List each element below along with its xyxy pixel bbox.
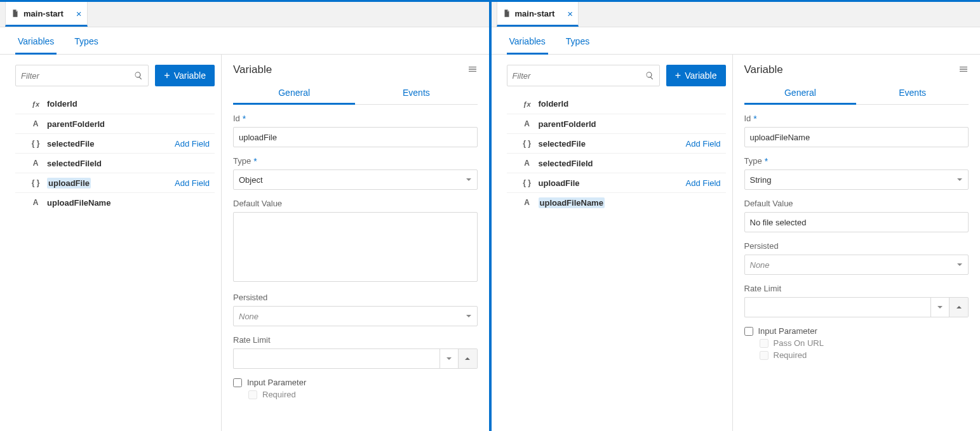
- variable-name: selectedFileId: [539, 159, 725, 168]
- variable-name: uploadFile: [47, 178, 175, 188]
- variable-name: selectedFileId: [47, 159, 213, 168]
- add-field-link[interactable]: Add Field: [686, 139, 721, 149]
- variable-name: folderId: [539, 99, 725, 109]
- panel-menu-icon[interactable]: [958, 64, 969, 76]
- variable-type-icon: { }: [522, 178, 532, 187]
- input-parameter-label: Input Parameter: [758, 326, 817, 336]
- add-field-link[interactable]: Add Field: [686, 178, 721, 188]
- default-value-label: Default Value: [744, 199, 969, 208]
- variable-type-icon: A: [30, 198, 41, 207]
- type-select[interactable]: Object: [233, 169, 478, 190]
- variable-type-icon: { }: [30, 139, 41, 148]
- page-nav-tabs: Variables Types: [0, 27, 489, 55]
- add-variable-button[interactable]: +Variable: [155, 65, 215, 86]
- variable-name: uploadFile: [539, 178, 686, 188]
- tab-events[interactable]: Events: [856, 83, 969, 104]
- rate-limit-label: Rate Limit: [744, 284, 969, 293]
- pass-on-url-checkbox: [760, 339, 769, 348]
- variable-row[interactable]: { }uploadFileAdd Field: [507, 173, 726, 192]
- variable-row[interactable]: { }uploadFileAdd Field: [15, 173, 215, 192]
- close-icon[interactable]: ×: [567, 8, 573, 19]
- persisted-label: Persisted: [744, 241, 969, 251]
- rate-limit-input[interactable]: [233, 348, 440, 369]
- input-parameter-checkbox[interactable]: [744, 327, 753, 336]
- variable-detail-panel: Variable General Events Id* Type* Object…: [222, 55, 489, 431]
- rate-limit-decrease[interactable]: [440, 348, 459, 369]
- variable-row[interactable]: ƒxfolderId: [15, 94, 215, 114]
- left-pane: main-start × Variables Types +Variable ƒ…: [0, 2, 489, 431]
- rate-limit-increase[interactable]: [459, 348, 478, 369]
- type-select[interactable]: String: [744, 169, 969, 190]
- tab-types[interactable]: Types: [563, 36, 592, 54]
- right-pane: main-start × Variables Types +Variable ƒ…: [492, 2, 981, 431]
- add-variable-button[interactable]: +Variable: [666, 65, 726, 86]
- default-value-input[interactable]: [233, 212, 478, 282]
- persisted-label: Persisted: [233, 293, 478, 302]
- type-label: Type*: [233, 156, 478, 166]
- variable-row[interactable]: AparentFolderId: [507, 114, 726, 133]
- required-label: Required: [262, 390, 296, 399]
- id-input[interactable]: [744, 127, 969, 147]
- variable-list-column: +Variable ƒxfolderIdAparentFolderId{ }se…: [0, 55, 222, 431]
- id-label: Id*: [744, 114, 969, 123]
- variable-name: selectedFile: [539, 139, 686, 149]
- variable-name: parentFolderId: [539, 119, 725, 129]
- required-checkbox: [248, 390, 257, 399]
- tab-general[interactable]: General: [233, 83, 355, 105]
- id-input[interactable]: [233, 127, 478, 147]
- rate-limit-increase[interactable]: [950, 297, 969, 317]
- variable-type-icon: A: [522, 198, 532, 207]
- file-tab-main-start[interactable]: main-start ×: [497, 2, 579, 27]
- close-icon[interactable]: ×: [76, 8, 82, 19]
- variable-row[interactable]: { }selectedFileAdd Field: [15, 133, 215, 153]
- panel-menu-icon[interactable]: [467, 64, 478, 76]
- default-value-input[interactable]: [744, 212, 969, 232]
- file-tab-main-start[interactable]: main-start ×: [5, 2, 88, 27]
- variable-type-icon: { }: [522, 139, 532, 148]
- rate-limit-input[interactable]: [744, 297, 931, 317]
- variable-name: folderId: [47, 99, 213, 109]
- variable-row[interactable]: AuploadFileName: [15, 192, 215, 212]
- variable-type-icon: A: [30, 159, 41, 168]
- file-tab-bar: main-start ×: [492, 2, 981, 27]
- variable-list: ƒxfolderIdAparentFolderId{ }selectedFile…: [15, 94, 215, 421]
- filter-input[interactable]: [16, 71, 134, 81]
- required-label: Required: [774, 350, 807, 360]
- search-icon: [134, 71, 143, 80]
- variable-row[interactable]: AuploadFileName: [507, 192, 726, 212]
- tab-variables[interactable]: Variables: [15, 36, 57, 55]
- tab-events[interactable]: Events: [355, 83, 477, 104]
- id-label: Id*: [233, 114, 478, 123]
- variable-name: uploadFileName: [539, 198, 725, 208]
- persisted-select[interactable]: None: [233, 306, 478, 326]
- file-tab-title: main-start: [23, 9, 64, 18]
- filter-input[interactable]: [507, 71, 645, 81]
- variable-row[interactable]: AselectedFileId: [507, 153, 726, 173]
- search-icon: [645, 71, 654, 80]
- variable-row[interactable]: AselectedFileId: [15, 153, 215, 173]
- panel-title: Variable: [744, 63, 783, 76]
- variable-type-icon: ƒx: [522, 100, 532, 108]
- rate-limit-decrease[interactable]: [930, 297, 950, 317]
- variable-row[interactable]: ƒxfolderId: [507, 94, 726, 114]
- variable-name: parentFolderId: [47, 119, 213, 129]
- default-value-label: Default Value: [233, 199, 478, 208]
- input-parameter-checkbox[interactable]: [233, 378, 242, 387]
- add-field-link[interactable]: Add Field: [175, 178, 210, 188]
- variable-list-column: +Variable ƒxfolderIdAparentFolderId{ }se…: [492, 55, 733, 431]
- variable-type-icon: A: [30, 119, 41, 128]
- filter-input-wrap: [507, 65, 660, 86]
- variable-name: selectedFile: [47, 139, 175, 149]
- variable-detail-panel: Variable General Events Id* Type* String…: [733, 55, 981, 431]
- persisted-select[interactable]: None: [744, 255, 969, 275]
- input-parameter-label: Input Parameter: [247, 378, 306, 387]
- tab-general[interactable]: General: [744, 83, 857, 105]
- filter-input-wrap: [15, 65, 149, 86]
- add-field-link[interactable]: Add Field: [175, 139, 210, 149]
- plus-icon: +: [675, 70, 681, 81]
- tab-variables[interactable]: Variables: [507, 36, 548, 55]
- page-nav-tabs: Variables Types: [492, 27, 981, 55]
- tab-types[interactable]: Types: [72, 36, 100, 54]
- variable-row[interactable]: AparentFolderId: [15, 114, 215, 133]
- variable-row[interactable]: { }selectedFileAdd Field: [507, 133, 726, 153]
